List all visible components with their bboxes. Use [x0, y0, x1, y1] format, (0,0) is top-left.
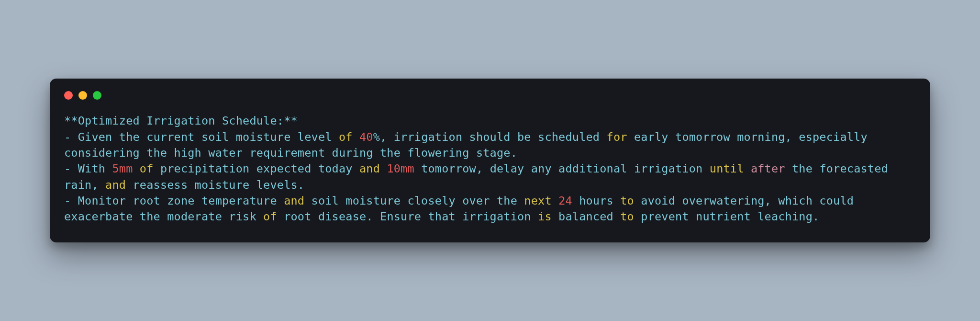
code-token: until [710, 162, 744, 175]
code-token: root disease. Ensure that irrigation [277, 210, 538, 223]
code-token: of [263, 210, 277, 223]
code-token [380, 162, 387, 175]
code-token: soil moisture closely over the [304, 194, 524, 207]
code-token: of [140, 162, 154, 175]
code-token: of [339, 130, 353, 144]
code-token: 10mm [387, 162, 414, 175]
code-token [133, 162, 139, 175]
code-token: hours [572, 194, 620, 207]
minimize-icon[interactable] [78, 91, 87, 100]
code-token: - Given the current soil moisture level [64, 130, 339, 144]
code-token [353, 130, 359, 144]
code-token [552, 194, 558, 207]
code-token: to [620, 210, 634, 223]
code-token: prevent nutrient leaching. [634, 210, 819, 223]
code-token: is [538, 210, 552, 223]
code-token: - Monitor root zone temperature [64, 194, 284, 207]
code-token: tomorrow, delay any additional irrigatio… [414, 162, 710, 175]
code-token: - With [64, 162, 112, 175]
code-token: **Optimized Irrigation Schedule:** [64, 114, 298, 127]
code-token: 5mm [112, 162, 133, 175]
code-token: and [284, 194, 304, 207]
code-token: 24 [558, 194, 572, 207]
code-token: for [607, 130, 627, 144]
code-token: after [751, 162, 785, 175]
maximize-icon[interactable] [93, 91, 101, 100]
code-token: balanced [552, 210, 620, 223]
code-token: reassess moisture levels. [126, 178, 304, 192]
code-token [744, 162, 751, 175]
traffic-lights [64, 91, 916, 100]
code-token: 40 [359, 130, 373, 144]
code-window: **Optimized Irrigation Schedule:** - Giv… [50, 79, 930, 242]
close-icon[interactable] [64, 91, 73, 100]
code-token: to [620, 194, 634, 207]
code-token: and [105, 178, 126, 192]
code-token: next [524, 194, 551, 207]
code-content: **Optimized Irrigation Schedule:** - Giv… [64, 113, 916, 225]
code-token: and [359, 162, 380, 175]
code-token: %, irrigation should be scheduled [373, 130, 607, 144]
code-token: precipitation expected today [154, 162, 359, 175]
